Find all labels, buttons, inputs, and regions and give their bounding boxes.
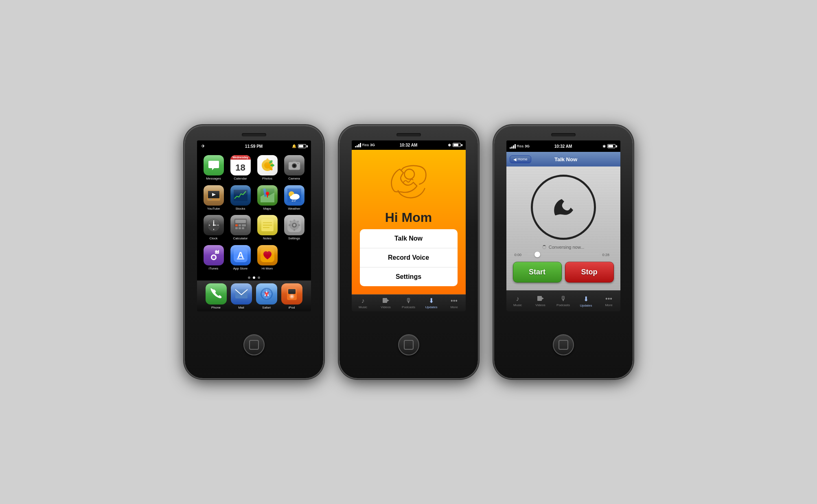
tab-music-2[interactable]: ♪ Music bbox=[355, 297, 371, 309]
tab-music-icon-2: ♪ bbox=[361, 297, 365, 305]
app-stocks-label: Stocks bbox=[235, 207, 245, 210]
app-maps[interactable]: Maps bbox=[256, 185, 279, 212]
app-photos-label: Photos bbox=[262, 177, 272, 180]
spinner bbox=[542, 245, 546, 249]
app-himom[interactable]: Hi Mom bbox=[256, 245, 279, 272]
app-stocks[interactable]: Stocks bbox=[229, 185, 252, 212]
progress-bar[interactable] bbox=[528, 254, 599, 256]
screen-3: Rea 3G 10:32 AM ✱ ◀ bbox=[506, 140, 620, 311]
app-calendar[interactable]: Wednesday 18 Calendar bbox=[229, 155, 252, 182]
tab-videos-3[interactable]: Videos bbox=[532, 295, 549, 307]
speaker-3 bbox=[551, 133, 576, 136]
status-bar-3: Rea 3G 10:32 AM ✱ bbox=[506, 140, 620, 152]
tab-music-3[interactable]: ♪ Music bbox=[510, 295, 526, 307]
time-label-1: 11:59 PM bbox=[245, 144, 263, 149]
dock-phone[interactable]: Phone bbox=[206, 283, 227, 309]
dock-phone-label: Phone bbox=[211, 306, 221, 309]
tab-videos-icon-3 bbox=[537, 295, 544, 302]
carrier-2: Rea bbox=[362, 143, 369, 147]
app-youtube[interactable]: YouTube bbox=[202, 185, 226, 212]
page-dot-2 bbox=[253, 276, 255, 279]
stop-button[interactable]: Stop bbox=[565, 262, 614, 283]
tab-videos-icon-2 bbox=[383, 297, 389, 305]
tab-more-3[interactable]: ••• More bbox=[601, 295, 617, 307]
app-clock[interactable]: Clock bbox=[202, 215, 226, 242]
app-settings[interactable]: Settings bbox=[283, 215, 306, 242]
app-weather[interactable]: 23° Weather bbox=[283, 185, 306, 212]
bluetooth-icon-2: ✱ bbox=[448, 143, 451, 147]
dock: Phone Mail bbox=[197, 280, 311, 311]
app-itunes[interactable]: iTunes bbox=[202, 245, 226, 272]
svg-rect-54 bbox=[298, 224, 300, 226]
app-notes[interactable]: Notes bbox=[256, 215, 279, 242]
status-bar-1: ✈ 11:59 PM 🔔 bbox=[197, 140, 311, 152]
dock-ipod[interactable]: iPod bbox=[281, 283, 302, 309]
signal-bars-3 bbox=[510, 144, 516, 149]
svg-rect-75 bbox=[288, 289, 296, 294]
svg-point-2 bbox=[266, 158, 269, 162]
home-button-1[interactable] bbox=[243, 334, 265, 355]
home-button-2[interactable] bbox=[398, 334, 419, 355]
phone-drawing bbox=[380, 158, 437, 207]
svg-point-4 bbox=[270, 164, 274, 167]
cal-header: Wednesday bbox=[230, 155, 251, 160]
tab-podcasts-2[interactable]: 🎙 Podcasts bbox=[401, 297, 417, 309]
svg-rect-56 bbox=[297, 220, 299, 223]
tab-updates-3[interactable]: ⬇ Updates bbox=[578, 295, 594, 307]
tab-videos-2[interactable]: Videos bbox=[378, 297, 394, 309]
home-button-3[interactable] bbox=[553, 334, 574, 355]
tab-music-icon-3: ♪ bbox=[516, 295, 519, 302]
app-calculator[interactable]: Calculator bbox=[229, 215, 252, 242]
page-dot-1 bbox=[248, 276, 250, 279]
tab-more-label-2: More bbox=[450, 305, 458, 309]
back-button[interactable]: ◀ Home bbox=[510, 156, 531, 163]
app-camera[interactable]: Camera bbox=[283, 155, 306, 182]
svg-marker-82 bbox=[542, 297, 544, 300]
svg-rect-60 bbox=[215, 252, 219, 254]
app-calculator-label: Calculator bbox=[233, 237, 248, 240]
menu-settings[interactable]: Settings bbox=[360, 267, 458, 286]
status-time-1: 11:59 PM bbox=[245, 140, 263, 152]
iphone-3: Rea 3G 10:32 AM ✱ ◀ bbox=[494, 126, 633, 378]
svg-rect-61 bbox=[216, 250, 217, 253]
svg-rect-42 bbox=[242, 227, 244, 229]
tab-updates-2[interactable]: ⬇ Updates bbox=[423, 297, 440, 309]
app-grid: Messages Wednesday 18 Calendar bbox=[197, 152, 311, 275]
tab-music-label-3: Music bbox=[513, 303, 522, 307]
himom-title: Hi Mom bbox=[385, 210, 432, 225]
himom-menu: Talk Now Record Voice Settings bbox=[360, 229, 458, 286]
phones-container: ✈ 11:59 PM 🔔 bbox=[185, 126, 633, 378]
svg-rect-39 bbox=[242, 224, 246, 226]
tab-more-2[interactable]: ••• More bbox=[446, 297, 462, 309]
dock-mail[interactable]: Mail bbox=[231, 283, 252, 309]
menu-talk-now[interactable]: Talk Now bbox=[360, 229, 458, 248]
time-end: 0:28 bbox=[602, 253, 612, 257]
app-photos[interactable]: Photos bbox=[256, 155, 279, 182]
menu-record-voice[interactable]: Record Voice bbox=[360, 248, 458, 267]
cal-date: 18 bbox=[230, 160, 251, 175]
start-button[interactable]: Start bbox=[513, 262, 562, 283]
tab-podcasts-3[interactable]: 🎙 Podcasts bbox=[555, 295, 572, 307]
tab-music-label-2: Music bbox=[359, 305, 367, 309]
dock-ipod-label: iPod bbox=[288, 306, 295, 309]
dock-safari-label: Safari bbox=[262, 306, 271, 309]
app-messages[interactable]: Messages bbox=[202, 155, 226, 182]
bluetooth-icon-3: ✱ bbox=[602, 144, 606, 149]
app-appstore[interactable]: A App Store bbox=[229, 245, 252, 272]
progress-thumb[interactable] bbox=[534, 252, 540, 257]
screen-2: Rea 3G 10:32 AM ✱ bbox=[352, 140, 466, 311]
status-bar-2: Rea 3G 10:32 AM ✱ bbox=[352, 140, 466, 150]
svg-point-10 bbox=[294, 165, 295, 167]
tab-videos-label-2: Videos bbox=[381, 305, 390, 309]
svg-rect-81 bbox=[537, 296, 542, 301]
svg-point-78 bbox=[404, 169, 414, 179]
svg-rect-11 bbox=[297, 163, 299, 164]
dock-safari[interactable]: Safari bbox=[256, 283, 277, 309]
time-3: 10:32 AM bbox=[554, 144, 572, 149]
nav-title: Talk Now bbox=[531, 156, 601, 162]
home-area-2 bbox=[398, 311, 419, 378]
battery-icon-1 bbox=[298, 144, 308, 148]
tab-videos-label-3: Videos bbox=[535, 303, 545, 307]
home-screen: ✈ 11:59 PM 🔔 bbox=[197, 140, 311, 311]
svg-rect-59 bbox=[215, 251, 219, 252]
